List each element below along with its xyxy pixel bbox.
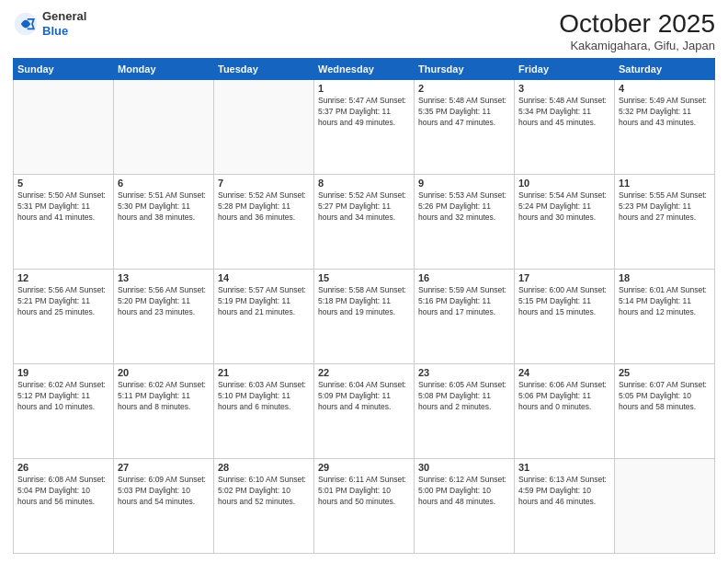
day-number: 10: [518, 178, 610, 189]
col-thursday: Thursday: [415, 59, 515, 80]
table-row: [214, 80, 314, 175]
table-row: [615, 459, 715, 554]
table-row: 21Sunrise: 6:03 AM Sunset: 5:10 PM Dayli…: [214, 364, 314, 459]
day-number: 28: [218, 462, 310, 473]
col-monday: Monday: [114, 59, 214, 80]
page: General Blue October 2025 Kakamigahara, …: [0, 0, 728, 563]
day-info: Sunrise: 5:57 AM Sunset: 5:19 PM Dayligh…: [218, 285, 310, 318]
day-number: 4: [619, 83, 711, 94]
table-row: 17Sunrise: 6:00 AM Sunset: 5:15 PM Dayli…: [515, 270, 615, 364]
table-row: 8Sunrise: 5:52 AM Sunset: 5:27 PM Daylig…: [314, 175, 415, 270]
day-number: 18: [619, 272, 711, 283]
month-title: October 2025: [559, 9, 715, 39]
day-number: 17: [518, 272, 610, 283]
table-row: 15Sunrise: 5:58 AM Sunset: 5:18 PM Dayli…: [314, 270, 415, 364]
table-row: 14Sunrise: 5:57 AM Sunset: 5:19 PM Dayli…: [214, 270, 314, 364]
day-number: 20: [118, 367, 210, 378]
table-row: 4Sunrise: 5:49 AM Sunset: 5:32 PM Daylig…: [615, 80, 715, 175]
day-number: 3: [518, 83, 610, 94]
logo-icon: [13, 11, 39, 37]
day-number: 6: [118, 178, 210, 189]
table-row: 29Sunrise: 6:11 AM Sunset: 5:01 PM Dayli…: [314, 459, 415, 554]
day-info: Sunrise: 5:54 AM Sunset: 5:24 PM Dayligh…: [518, 190, 610, 224]
day-info: Sunrise: 6:12 AM Sunset: 5:00 PM Dayligh…: [418, 475, 510, 508]
logo-text: General Blue: [42, 9, 86, 38]
day-number: 8: [318, 178, 410, 189]
table-row: 13Sunrise: 5:56 AM Sunset: 5:20 PM Dayli…: [114, 270, 214, 364]
day-number: 9: [418, 178, 510, 189]
day-info: Sunrise: 5:52 AM Sunset: 5:27 PM Dayligh…: [318, 190, 410, 224]
table-row: [14, 80, 114, 175]
day-info: Sunrise: 5:58 AM Sunset: 5:18 PM Dayligh…: [318, 285, 410, 318]
day-info: Sunrise: 6:05 AM Sunset: 5:08 PM Dayligh…: [418, 380, 510, 413]
table-row: 20Sunrise: 6:02 AM Sunset: 5:11 PM Dayli…: [114, 364, 214, 459]
table-row: 31Sunrise: 6:13 AM Sunset: 4:59 PM Dayli…: [515, 459, 615, 554]
day-number: 15: [318, 272, 410, 283]
day-info: Sunrise: 6:08 AM Sunset: 5:04 PM Dayligh…: [17, 475, 109, 508]
calendar-week-row: 26Sunrise: 6:08 AM Sunset: 5:04 PM Dayli…: [14, 459, 715, 554]
day-info: Sunrise: 6:04 AM Sunset: 5:09 PM Dayligh…: [318, 380, 410, 413]
table-row: 2Sunrise: 5:48 AM Sunset: 5:35 PM Daylig…: [415, 80, 515, 175]
table-row: 1Sunrise: 5:47 AM Sunset: 5:37 PM Daylig…: [314, 80, 415, 175]
table-row: 9Sunrise: 5:53 AM Sunset: 5:26 PM Daylig…: [415, 175, 515, 270]
day-number: 25: [619, 367, 711, 378]
header: General Blue October 2025 Kakamigahara, …: [13, 9, 715, 52]
calendar-week-row: 19Sunrise: 6:02 AM Sunset: 5:12 PM Dayli…: [14, 364, 715, 459]
day-number: 13: [118, 272, 210, 283]
day-info: Sunrise: 5:56 AM Sunset: 5:20 PM Dayligh…: [118, 285, 210, 318]
day-number: 16: [418, 272, 510, 283]
day-number: 26: [17, 462, 109, 473]
table-row: 26Sunrise: 6:08 AM Sunset: 5:04 PM Dayli…: [14, 459, 114, 554]
day-number: 14: [218, 272, 310, 283]
day-info: Sunrise: 5:48 AM Sunset: 5:34 PM Dayligh…: [518, 96, 610, 129]
calendar-week-row: 1Sunrise: 5:47 AM Sunset: 5:37 PM Daylig…: [14, 80, 715, 175]
day-info: Sunrise: 6:09 AM Sunset: 5:03 PM Dayligh…: [118, 475, 210, 508]
table-row: 18Sunrise: 6:01 AM Sunset: 5:14 PM Dayli…: [615, 270, 715, 364]
day-number: 5: [17, 178, 109, 189]
day-info: Sunrise: 5:55 AM Sunset: 5:23 PM Dayligh…: [619, 190, 711, 224]
table-row: 23Sunrise: 6:05 AM Sunset: 5:08 PM Dayli…: [415, 364, 515, 459]
table-row: 10Sunrise: 5:54 AM Sunset: 5:24 PM Dayli…: [515, 175, 615, 270]
day-info: Sunrise: 6:02 AM Sunset: 5:11 PM Dayligh…: [118, 380, 210, 413]
day-number: 24: [518, 367, 610, 378]
table-row: 24Sunrise: 6:06 AM Sunset: 5:06 PM Dayli…: [515, 364, 615, 459]
day-number: 29: [318, 462, 410, 473]
col-saturday: Saturday: [615, 59, 715, 80]
table-row: 27Sunrise: 6:09 AM Sunset: 5:03 PM Dayli…: [114, 459, 214, 554]
day-info: Sunrise: 5:49 AM Sunset: 5:32 PM Dayligh…: [619, 96, 711, 129]
table-row: 25Sunrise: 6:07 AM Sunset: 5:05 PM Dayli…: [615, 364, 715, 459]
col-sunday: Sunday: [14, 59, 114, 80]
logo-area: General Blue: [13, 9, 86, 38]
table-row: 28Sunrise: 6:10 AM Sunset: 5:02 PM Dayli…: [214, 459, 314, 554]
title-area: October 2025 Kakamigahara, Gifu, Japan: [559, 9, 715, 52]
day-info: Sunrise: 6:01 AM Sunset: 5:14 PM Dayligh…: [619, 285, 711, 318]
day-number: 22: [318, 367, 410, 378]
day-info: Sunrise: 6:10 AM Sunset: 5:02 PM Dayligh…: [218, 475, 310, 508]
calendar-header-row: Sunday Monday Tuesday Wednesday Thursday…: [14, 59, 715, 80]
day-info: Sunrise: 6:03 AM Sunset: 5:10 PM Dayligh…: [218, 380, 310, 413]
day-info: Sunrise: 5:53 AM Sunset: 5:26 PM Dayligh…: [418, 190, 510, 224]
col-friday: Friday: [515, 59, 615, 80]
day-info: Sunrise: 6:11 AM Sunset: 5:01 PM Dayligh…: [318, 475, 410, 508]
logo-blue: Blue: [42, 24, 86, 39]
day-info: Sunrise: 6:02 AM Sunset: 5:12 PM Dayligh…: [17, 380, 109, 413]
day-info: Sunrise: 5:47 AM Sunset: 5:37 PM Dayligh…: [318, 96, 410, 129]
table-row: 30Sunrise: 6:12 AM Sunset: 5:00 PM Dayli…: [415, 459, 515, 554]
logo-general: General: [42, 9, 86, 24]
table-row: 12Sunrise: 5:56 AM Sunset: 5:21 PM Dayli…: [14, 270, 114, 364]
table-row: 6Sunrise: 5:51 AM Sunset: 5:30 PM Daylig…: [114, 175, 214, 270]
day-info: Sunrise: 5:50 AM Sunset: 5:31 PM Dayligh…: [17, 190, 109, 224]
table-row: 3Sunrise: 5:48 AM Sunset: 5:34 PM Daylig…: [515, 80, 615, 175]
day-number: 11: [619, 178, 711, 189]
table-row: 19Sunrise: 6:02 AM Sunset: 5:12 PM Dayli…: [14, 364, 114, 459]
day-info: Sunrise: 5:48 AM Sunset: 5:35 PM Dayligh…: [418, 96, 510, 129]
col-wednesday: Wednesday: [314, 59, 415, 80]
col-tuesday: Tuesday: [214, 59, 314, 80]
day-number: 23: [418, 367, 510, 378]
table-row: 7Sunrise: 5:52 AM Sunset: 5:28 PM Daylig…: [214, 175, 314, 270]
table-row: 22Sunrise: 6:04 AM Sunset: 5:09 PM Dayli…: [314, 364, 415, 459]
day-info: Sunrise: 5:56 AM Sunset: 5:21 PM Dayligh…: [17, 285, 109, 318]
day-info: Sunrise: 6:06 AM Sunset: 5:06 PM Dayligh…: [518, 380, 610, 413]
day-number: 12: [17, 272, 109, 283]
location: Kakamigahara, Gifu, Japan: [559, 39, 715, 52]
